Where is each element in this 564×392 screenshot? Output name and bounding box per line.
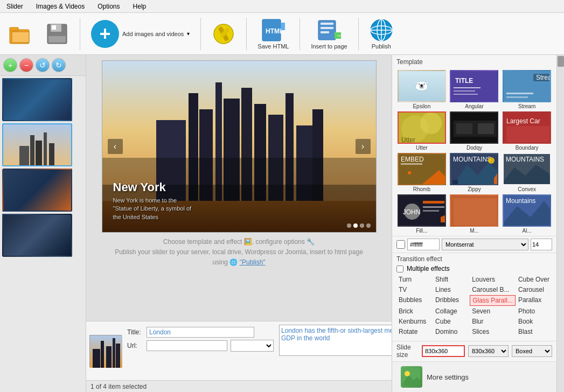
effect-brick[interactable]: Brick [396, 306, 433, 316]
dot-4[interactable] [366, 223, 371, 228]
effect-domino[interactable]: Domino [433, 327, 469, 337]
effect-parallax[interactable]: Parallax [516, 295, 552, 306]
menubar: Slider Images & Videos Options Help [0, 0, 564, 13]
effect-louvers[interactable]: Louvers [470, 275, 516, 284]
slide-size-input[interactable] [422, 345, 465, 357]
template-rhomb[interactable]: EMBED Rhomb [396, 153, 447, 192]
effect-photo[interactable]: Photo [516, 306, 552, 316]
save-local-button[interactable] [41, 21, 73, 47]
menu-options[interactable]: Options [94, 2, 123, 11]
svg-rect-51 [451, 71, 498, 102]
add-images-button[interactable]: + Add images and videos ▾ [87, 18, 194, 50]
effect-shift[interactable]: Shift [433, 275, 469, 284]
hint-line1: Choose template and effect 🖼️, configure… [163, 238, 315, 246]
rotate-left-button[interactable]: ↺ [36, 58, 50, 72]
svg-text:Utter: Utter [401, 136, 415, 144]
effect-cube-over[interactable]: Cube Over [516, 275, 552, 284]
url-input[interactable] [147, 340, 227, 351]
effect-blur[interactable]: Blur [470, 317, 516, 326]
dot-3[interactable] [360, 223, 364, 228]
effect-cube[interactable]: Cube [433, 317, 469, 326]
rotate-right-button[interactable]: ↻ [52, 58, 66, 72]
color-checkbox[interactable] [396, 240, 405, 249]
menu-slider[interactable]: Slider [3, 2, 26, 11]
more-settings-button[interactable]: More settings [392, 361, 556, 392]
next-arrow[interactable]: › [356, 139, 371, 154]
effect-dribbles[interactable]: Dribbles [433, 295, 469, 306]
prev-arrow[interactable]: ‹ [108, 139, 123, 154]
remove-item-button[interactable]: − [19, 58, 33, 72]
url-row: Url: _blank _self [127, 340, 274, 352]
dot-1[interactable] [347, 223, 351, 228]
effect-bubbles[interactable]: Bubbles [396, 295, 433, 306]
transition-title: Transition effect [396, 255, 552, 263]
effect-carousel[interactable]: Carousel [516, 285, 552, 295]
template-zippy[interactable]: MOUNTAINS Zippy [449, 153, 500, 192]
insert-to-page-label: Insert to page [311, 43, 347, 50]
more-settings-icon [401, 366, 422, 388]
template-angular[interactable]: TITLE Angular [449, 70, 500, 109]
template-m[interactable]: M... [449, 194, 500, 234]
save-html-button[interactable]: HTML Save HTML [253, 16, 293, 52]
menu-help[interactable]: Help [130, 2, 150, 11]
svg-rect-47 [106, 346, 112, 368]
multiple-effects-checkbox[interactable] [396, 265, 403, 272]
tools-button[interactable] [207, 20, 240, 48]
description-area: London has the fifth-or sixth-largest me… [279, 325, 392, 377]
title-input[interactable] [147, 327, 254, 338]
preview-description: New York is home to the"Statue of Libert… [113, 197, 365, 221]
boxed-select[interactable]: Boxed Full Width [512, 345, 552, 357]
svg-rect-89 [423, 201, 444, 204]
effect-slices[interactable]: Slices [470, 327, 516, 337]
menu-images-videos[interactable]: Images & Videos [33, 2, 88, 11]
scrollbar-thumb[interactable] [558, 56, 564, 67]
svg-marker-12 [281, 23, 285, 30]
publish-button[interactable]: Publish [365, 16, 398, 52]
svg-rect-16 [321, 31, 329, 33]
add-item-button[interactable]: + [3, 58, 17, 72]
effect-seven[interactable]: Seven [470, 306, 516, 316]
thumbnail-item[interactable] [2, 78, 72, 121]
template-boundary[interactable]: Largest Car Boundary [502, 111, 552, 151]
effect-book[interactable]: Book [516, 317, 552, 326]
effect-lines[interactable]: Lines [433, 285, 469, 295]
thumbnail-item[interactable] [2, 169, 72, 212]
font-size-input[interactable] [531, 239, 552, 250]
status-text: 1 of 4 item selected [90, 383, 147, 390]
template-stream[interactable]: Stream Stream [502, 70, 552, 109]
effect-carousel-b[interactable]: Carousel B... [470, 285, 516, 295]
thumbnail-item[interactable] [2, 123, 72, 166]
color-input[interactable] [407, 239, 440, 250]
effect-kenburns[interactable]: Kenburns [396, 317, 433, 326]
effect-glass-parallax[interactable]: Glass Parall... [470, 295, 516, 306]
add-images-label: Add images and videos [122, 31, 184, 37]
effect-collage[interactable]: Collage [433, 306, 469, 316]
insert-to-page-button[interactable]: → Insert to page [307, 16, 351, 52]
template-fill[interactable]: JOHN Fill... [396, 194, 447, 234]
thumbnail-item[interactable] [2, 214, 72, 257]
description-textarea[interactable]: London has the fifth-or sixth-largest me… [279, 325, 392, 356]
svg-rect-15 [321, 27, 333, 29]
dot-2[interactable] [353, 223, 358, 228]
template-al[interactable]: Mountains Al... [502, 194, 552, 234]
effect-blast[interactable]: Blast [516, 327, 552, 337]
effect-rotate[interactable]: Rotate [396, 327, 433, 337]
slide-size-dropdown[interactable]: 830x360 1024x480 1280x720 [468, 345, 509, 357]
dropdown-arrow-icon: ▾ [187, 31, 190, 37]
right-content: Template 🐻‍❄️ Epsilon T [392, 55, 556, 392]
svg-rect-26 [36, 141, 42, 166]
effect-turn[interactable]: Turn [396, 275, 433, 284]
template-epsilon[interactable]: 🐻‍❄️ Epsilon [396, 70, 447, 109]
open-button[interactable] [4, 20, 37, 48]
publish-link[interactable]: "Publish" [240, 258, 266, 266]
svg-point-63 [420, 113, 442, 134]
svg-rect-29 [19, 146, 29, 166]
font-select[interactable]: Montserrat Arial Times New Roman [442, 239, 528, 250]
svg-rect-71 [506, 126, 549, 142]
template-dodqy[interactable]: Dodqy [449, 111, 500, 151]
template-convex[interactable]: MOUNTAINS Convex [502, 153, 552, 192]
template-utter[interactable]: Utter Utter [396, 111, 447, 151]
url-target-select[interactable]: _blank _self [231, 340, 274, 352]
right-scrollbar[interactable] [556, 55, 564, 392]
effect-tv[interactable]: TV [396, 285, 433, 295]
